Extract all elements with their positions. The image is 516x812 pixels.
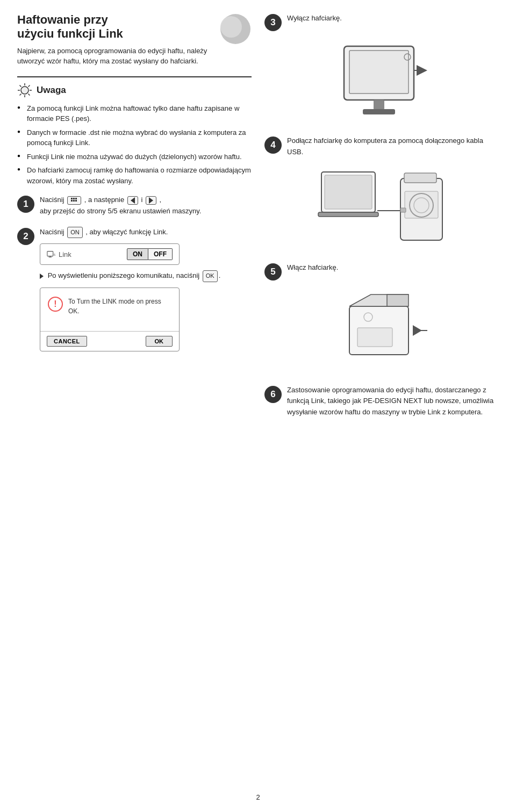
page-number: 2 (256, 793, 260, 801)
warning-block: Uwaga Za pomocą funkcji Link można hafto… (17, 76, 252, 186)
step-2-content: Naciśnij ON , aby włączyć funkcję Link. (40, 227, 252, 357)
monitor-on-svg (328, 290, 435, 376)
dialog-footer: CANCEL OK (40, 331, 179, 351)
warning-item-3: Funkcji Link nie można używać do dużych … (17, 152, 252, 162)
svg-point-2 (21, 87, 28, 94)
step-5-text: Włącz hafciarkę. (287, 262, 499, 274)
step-6-block: 6 Zastosowanie oprogramowania do edycji … (264, 385, 499, 418)
header-decoration (219, 13, 252, 45)
svg-line-10 (20, 94, 22, 95)
link-ui-box: S Link ON OFF (40, 243, 180, 265)
step-1-content: Naciśnij , a nast (40, 195, 252, 217)
warning-item-2: Danych w formacie .dst nie można wybrać … (17, 127, 252, 148)
intro-text: Najpierw, za pomocą oprogramowania do ed… (17, 46, 214, 67)
step-5-block: 5 Włącz hafciarkę. (264, 262, 499, 281)
step-5-content: Włącz hafciarkę. (287, 262, 499, 274)
link-label: S Link (47, 250, 71, 258)
svg-rect-13 (75, 198, 77, 199)
step-3-block: 3 Wyłącz hafciarkę. (264, 13, 499, 31)
dialog-ok-button[interactable]: OK (146, 336, 173, 347)
svg-rect-29 (325, 175, 372, 209)
triangle-left-icon (131, 197, 135, 204)
dialog-text: To Turn the LINK mode on press OK. (68, 297, 171, 316)
step-6-number: 6 (264, 386, 282, 403)
svg-point-1 (220, 16, 242, 38)
step-2-block: 2 Naciśnij ON , aby włączyć funkcję Link… (17, 227, 252, 357)
warning-item-1: Za pomocą funkcji Link można haftować ty… (17, 103, 252, 124)
step-1-text: Naciśnij , a nast (40, 195, 252, 217)
step-2-number: 2 (17, 228, 34, 245)
step-1-block: 1 Naciśnij (17, 195, 252, 217)
header-text: Haftowanie przy użyciu funkcji Link Najp… (17, 13, 214, 67)
step-5-number: 5 (264, 263, 282, 281)
dialog-body: ! To Turn the LINK mode on press OK. (40, 288, 179, 331)
on-button-inline[interactable]: ON (67, 227, 83, 239)
monitor-svg (328, 41, 435, 127)
svg-rect-43 (357, 328, 392, 347)
link-icon: S (47, 250, 56, 258)
page: Haftowanie przy użyciu funkcji Link Najp… (0, 0, 516, 812)
svg-rect-15 (73, 200, 75, 202)
step-3-content: Wyłącz hafciarkę. (287, 13, 499, 24)
prev-button-inline[interactable] (127, 196, 138, 205)
warning-list: Za pomocą funkcji Link można haftować ty… (17, 103, 252, 186)
svg-rect-17 (47, 251, 53, 256)
step-3-text: Wyłącz hafciarkę. (287, 13, 499, 24)
on-off-buttons: ON OFF (127, 248, 173, 260)
dialog-warning-icon: ! (48, 297, 63, 312)
svg-rect-12 (73, 198, 75, 199)
dialog-box: ! To Turn the LINK mode on press OK. CAN… (40, 288, 180, 351)
step-2-text: Naciśnij ON , aby włączyć funkcję Link. (40, 227, 252, 239)
step-4-content: Podłącz hafciarkę do komputera za pomocą… (287, 135, 499, 158)
monitor-on-illustration (264, 290, 499, 376)
page-title: Haftowanie przy użyciu funkcji Link (17, 13, 214, 41)
warning-title: Uwaga (17, 83, 252, 98)
step-6-text: Zastosowanie oprogramowania do edycji ha… (287, 385, 499, 418)
settings-button-inline[interactable] (67, 196, 81, 205)
svg-rect-11 (71, 198, 73, 199)
monitor-off-illustration (264, 41, 499, 127)
svg-rect-14 (71, 200, 73, 202)
svg-line-7 (20, 85, 22, 87)
warning-label: Uwaga (37, 85, 66, 96)
svg-rect-36 (400, 208, 406, 212)
step-4-number: 4 (264, 136, 282, 154)
svg-rect-30 (318, 212, 378, 217)
left-column: Haftowanie przy użyciu funkcji Link Najp… (17, 13, 252, 428)
svg-line-8 (28, 94, 30, 95)
svg-rect-32 (404, 173, 436, 183)
arrow-right-icon (40, 274, 44, 279)
dialog-cancel-button[interactable]: CANCEL (47, 336, 87, 347)
next-button-inline[interactable] (146, 196, 156, 205)
step-6-content: Zastosowanie oprogramowania do edycji ha… (287, 385, 499, 418)
laptop-machine-svg (317, 168, 446, 254)
svg-rect-23 (374, 100, 384, 110)
step-1-number: 1 (17, 196, 34, 213)
grid-icon (70, 197, 78, 204)
step-2-sub-text: Po wyświetleniu poniższego komunikatu, n… (40, 270, 252, 282)
svg-line-9 (28, 85, 30, 87)
on-toggle-button[interactable]: ON (127, 248, 148, 260)
warning-item-4: Do hafciarki zamocuj ramkę do haftowania… (17, 165, 252, 186)
step-3-number: 3 (264, 14, 282, 31)
right-column: 3 Wyłącz hafciarkę. (264, 13, 499, 428)
laptop-machine-illustration (264, 168, 499, 254)
svg-rect-22 (349, 51, 408, 94)
header-block: Haftowanie przy użyciu funkcji Link Najp… (17, 13, 252, 67)
off-toggle-button[interactable]: OFF (148, 248, 173, 260)
svg-marker-26 (417, 65, 427, 76)
step-4-block: 4 Podłącz hafciarkę do komputera za pomo… (264, 135, 499, 158)
ok-button-inline-small[interactable]: OK (203, 270, 218, 282)
svg-rect-24 (363, 109, 395, 114)
triangle-right-icon (149, 197, 153, 204)
svg-text:S: S (54, 253, 56, 256)
step-4-text: Podłącz hafciarkę do komputera za pomocą… (287, 135, 499, 158)
warning-sun-icon (17, 83, 32, 98)
svg-marker-39 (387, 294, 408, 306)
svg-rect-16 (75, 200, 77, 202)
